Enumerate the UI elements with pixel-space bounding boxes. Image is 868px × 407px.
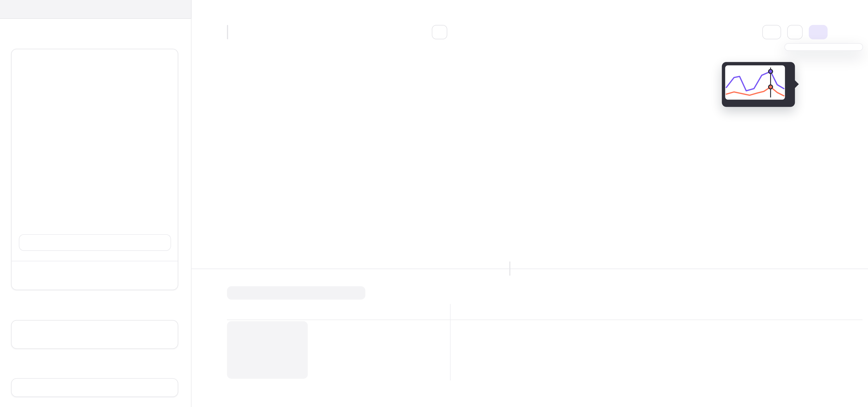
divider bbox=[11, 261, 178, 261]
funnel-definition-card bbox=[11, 49, 178, 290]
chart-type-button[interactable] bbox=[809, 25, 828, 39]
funnel-header[interactable] bbox=[18, 53, 172, 68]
granularity-button[interactable] bbox=[787, 25, 803, 39]
chart-type-tooltip bbox=[722, 62, 795, 107]
conversion-window[interactable] bbox=[19, 234, 171, 251]
table-header-row bbox=[227, 304, 862, 317]
panel-divider bbox=[191, 269, 868, 269]
table-search bbox=[227, 286, 365, 300]
sidebar bbox=[0, 19, 191, 407]
table-column-divider bbox=[450, 304, 451, 380]
breakdown-table bbox=[227, 304, 862, 320]
scale-button[interactable] bbox=[762, 25, 781, 39]
breakdown-card-utm[interactable] bbox=[11, 378, 178, 397]
chart-controls bbox=[227, 25, 855, 39]
layout-toggle-group bbox=[509, 261, 510, 276]
main-panel bbox=[191, 19, 868, 407]
table-body bbox=[227, 319, 862, 320]
tooltip-mini-chart bbox=[725, 65, 785, 100]
date-range-segmented-control bbox=[227, 25, 228, 39]
app-root bbox=[0, 0, 868, 407]
tooltip-text bbox=[725, 100, 792, 103]
filter-card-platform[interactable] bbox=[11, 320, 178, 349]
chart-type-menu bbox=[784, 43, 863, 51]
funnel-group-cell[interactable] bbox=[227, 321, 308, 379]
compare-button[interactable] bbox=[432, 25, 447, 39]
search-input[interactable] bbox=[237, 288, 360, 298]
report-type-tabs bbox=[0, 0, 191, 19]
